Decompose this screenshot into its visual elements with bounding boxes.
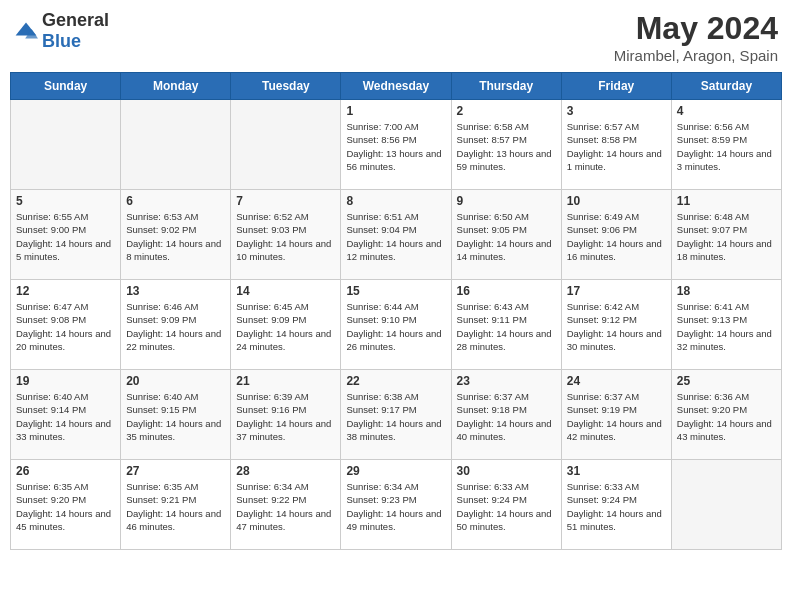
daylight-label: Daylight: 14 hours and 51 minutes. (567, 508, 662, 532)
sunset-label: Sunset: 9:18 PM (457, 404, 527, 415)
day-number: 21 (236, 374, 335, 388)
day-info: Sunrise: 6:50 AMSunset: 9:05 PMDaylight:… (457, 210, 556, 263)
daylight-label: Daylight: 14 hours and 16 minutes. (567, 238, 662, 262)
day-info: Sunrise: 6:45 AMSunset: 9:09 PMDaylight:… (236, 300, 335, 353)
daylight-label: Daylight: 14 hours and 18 minutes. (677, 238, 772, 262)
sunrise-label: Sunrise: 6:34 AM (236, 481, 308, 492)
daylight-label: Daylight: 14 hours and 10 minutes. (236, 238, 331, 262)
weekday-header-saturday: Saturday (671, 73, 781, 100)
day-number: 4 (677, 104, 776, 118)
daylight-label: Daylight: 13 hours and 59 minutes. (457, 148, 552, 172)
daylight-label: Daylight: 14 hours and 37 minutes. (236, 418, 331, 442)
sunset-label: Sunset: 9:03 PM (236, 224, 306, 235)
daylight-label: Daylight: 14 hours and 42 minutes. (567, 418, 662, 442)
calendar-cell: 2Sunrise: 6:58 AMSunset: 8:57 PMDaylight… (451, 100, 561, 190)
sunset-label: Sunset: 9:06 PM (567, 224, 637, 235)
sunrise-label: Sunrise: 6:45 AM (236, 301, 308, 312)
sunset-label: Sunset: 8:59 PM (677, 134, 747, 145)
weekday-header-wednesday: Wednesday (341, 73, 451, 100)
weekday-header-tuesday: Tuesday (231, 73, 341, 100)
sunrise-label: Sunrise: 6:33 AM (567, 481, 639, 492)
daylight-label: Daylight: 14 hours and 22 minutes. (126, 328, 221, 352)
day-number: 23 (457, 374, 556, 388)
day-number: 13 (126, 284, 225, 298)
day-info: Sunrise: 6:36 AMSunset: 9:20 PMDaylight:… (677, 390, 776, 443)
calendar-cell (671, 460, 781, 550)
calendar-cell: 1Sunrise: 7:00 AMSunset: 8:56 PMDaylight… (341, 100, 451, 190)
day-number: 3 (567, 104, 666, 118)
day-info: Sunrise: 6:53 AMSunset: 9:02 PMDaylight:… (126, 210, 225, 263)
day-number: 19 (16, 374, 115, 388)
sunset-label: Sunset: 9:20 PM (16, 494, 86, 505)
logo-blue: Blue (42, 31, 81, 51)
day-number: 6 (126, 194, 225, 208)
sunrise-label: Sunrise: 6:53 AM (126, 211, 198, 222)
sunrise-label: Sunrise: 6:50 AM (457, 211, 529, 222)
sunset-label: Sunset: 9:02 PM (126, 224, 196, 235)
sunrise-label: Sunrise: 6:37 AM (567, 391, 639, 402)
daylight-label: Daylight: 14 hours and 47 minutes. (236, 508, 331, 532)
calendar-cell: 29Sunrise: 6:34 AMSunset: 9:23 PMDayligh… (341, 460, 451, 550)
day-number: 2 (457, 104, 556, 118)
daylight-label: Daylight: 14 hours and 30 minutes. (567, 328, 662, 352)
calendar-cell: 27Sunrise: 6:35 AMSunset: 9:21 PMDayligh… (121, 460, 231, 550)
day-info: Sunrise: 6:38 AMSunset: 9:17 PMDaylight:… (346, 390, 445, 443)
daylight-label: Daylight: 14 hours and 26 minutes. (346, 328, 441, 352)
day-number: 24 (567, 374, 666, 388)
logo: General Blue (14, 10, 109, 52)
daylight-label: Daylight: 14 hours and 12 minutes. (346, 238, 441, 262)
sunrise-label: Sunrise: 6:41 AM (677, 301, 749, 312)
day-info: Sunrise: 6:55 AMSunset: 9:00 PMDaylight:… (16, 210, 115, 263)
day-number: 18 (677, 284, 776, 298)
weekday-header-thursday: Thursday (451, 73, 561, 100)
daylight-label: Daylight: 14 hours and 40 minutes. (457, 418, 552, 442)
calendar-cell: 7Sunrise: 6:52 AMSunset: 9:03 PMDaylight… (231, 190, 341, 280)
weekday-header-sunday: Sunday (11, 73, 121, 100)
calendar-cell: 17Sunrise: 6:42 AMSunset: 9:12 PMDayligh… (561, 280, 671, 370)
calendar-cell: 11Sunrise: 6:48 AMSunset: 9:07 PMDayligh… (671, 190, 781, 280)
sunset-label: Sunset: 9:16 PM (236, 404, 306, 415)
sunrise-label: Sunrise: 7:00 AM (346, 121, 418, 132)
day-number: 28 (236, 464, 335, 478)
sunset-label: Sunset: 8:57 PM (457, 134, 527, 145)
sunrise-label: Sunrise: 6:44 AM (346, 301, 418, 312)
calendar-week-row: 5Sunrise: 6:55 AMSunset: 9:00 PMDaylight… (11, 190, 782, 280)
calendar-cell: 18Sunrise: 6:41 AMSunset: 9:13 PMDayligh… (671, 280, 781, 370)
calendar-cell: 22Sunrise: 6:38 AMSunset: 9:17 PMDayligh… (341, 370, 451, 460)
day-info: Sunrise: 7:00 AMSunset: 8:56 PMDaylight:… (346, 120, 445, 173)
sunset-label: Sunset: 8:58 PM (567, 134, 637, 145)
daylight-label: Daylight: 13 hours and 56 minutes. (346, 148, 441, 172)
calendar-cell: 28Sunrise: 6:34 AMSunset: 9:22 PMDayligh… (231, 460, 341, 550)
sunset-label: Sunset: 9:20 PM (677, 404, 747, 415)
daylight-label: Daylight: 14 hours and 5 minutes. (16, 238, 111, 262)
calendar-cell: 26Sunrise: 6:35 AMSunset: 9:20 PMDayligh… (11, 460, 121, 550)
sunset-label: Sunset: 9:12 PM (567, 314, 637, 325)
sunrise-label: Sunrise: 6:39 AM (236, 391, 308, 402)
day-info: Sunrise: 6:51 AMSunset: 9:04 PMDaylight:… (346, 210, 445, 263)
calendar-cell: 6Sunrise: 6:53 AMSunset: 9:02 PMDaylight… (121, 190, 231, 280)
sunrise-label: Sunrise: 6:36 AM (677, 391, 749, 402)
daylight-label: Daylight: 14 hours and 49 minutes. (346, 508, 441, 532)
day-number: 15 (346, 284, 445, 298)
calendar-week-row: 12Sunrise: 6:47 AMSunset: 9:08 PMDayligh… (11, 280, 782, 370)
sunset-label: Sunset: 9:04 PM (346, 224, 416, 235)
calendar-cell: 31Sunrise: 6:33 AMSunset: 9:24 PMDayligh… (561, 460, 671, 550)
day-info: Sunrise: 6:43 AMSunset: 9:11 PMDaylight:… (457, 300, 556, 353)
daylight-label: Daylight: 14 hours and 33 minutes. (16, 418, 111, 442)
day-info: Sunrise: 6:40 AMSunset: 9:14 PMDaylight:… (16, 390, 115, 443)
day-info: Sunrise: 6:58 AMSunset: 8:57 PMDaylight:… (457, 120, 556, 173)
day-number: 20 (126, 374, 225, 388)
calendar-cell: 16Sunrise: 6:43 AMSunset: 9:11 PMDayligh… (451, 280, 561, 370)
sunset-label: Sunset: 9:21 PM (126, 494, 196, 505)
daylight-label: Daylight: 14 hours and 20 minutes. (16, 328, 111, 352)
day-info: Sunrise: 6:35 AMSunset: 9:21 PMDaylight:… (126, 480, 225, 533)
day-number: 29 (346, 464, 445, 478)
sunset-label: Sunset: 9:24 PM (457, 494, 527, 505)
day-number: 22 (346, 374, 445, 388)
sunrise-label: Sunrise: 6:37 AM (457, 391, 529, 402)
day-info: Sunrise: 6:34 AMSunset: 9:23 PMDaylight:… (346, 480, 445, 533)
day-number: 12 (16, 284, 115, 298)
sunrise-label: Sunrise: 6:46 AM (126, 301, 198, 312)
sunrise-label: Sunrise: 6:43 AM (457, 301, 529, 312)
day-info: Sunrise: 6:40 AMSunset: 9:15 PMDaylight:… (126, 390, 225, 443)
